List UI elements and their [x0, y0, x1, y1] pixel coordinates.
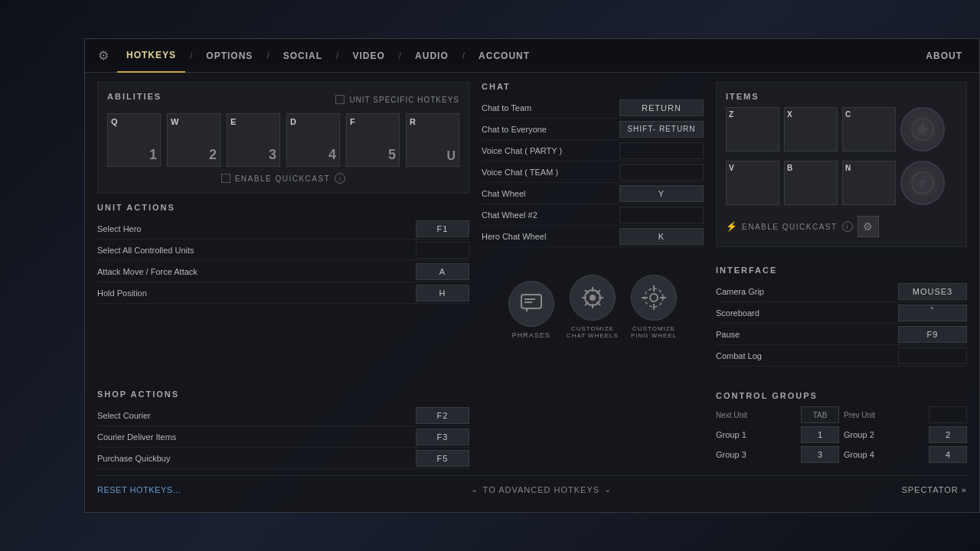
phrases-icon: [508, 281, 554, 327]
voice-chat-team-key[interactable]: [619, 164, 704, 181]
item-slot-circular-1[interactable]: [900, 107, 945, 152]
voice-chat-party-key[interactable]: [619, 142, 704, 159]
voice-chat-team-label: Voice Chat ( TEAM ): [482, 168, 619, 177]
group4-key[interactable]: 4: [929, 446, 967, 463]
item-slot-b[interactable]: B: [784, 161, 838, 205]
pause-row: Pause F9: [716, 324, 967, 345]
quickcast-info-icon[interactable]: i: [335, 173, 345, 184]
bottom-bar: RESET HOTKEYS... ⌄ TO ADVANCED HOTKEYS ⌄…: [97, 475, 967, 503]
voice-chat-team-row: Voice Chat ( TEAM ): [482, 161, 704, 183]
select-all-key[interactable]: [416, 242, 469, 259]
control-groups-grid: Next Unit TAB Prev Unit Group 1 1 Group …: [716, 406, 967, 463]
camera-grip-row: Camera Grip MOUSE3: [716, 281, 967, 302]
group1-key[interactable]: 1: [801, 426, 839, 443]
customize-chat-label: CUSTOMIZECHAT WHEELS: [567, 325, 619, 339]
chat-to-everyone-label: Chat to Everyone: [482, 125, 619, 134]
camera-grip-key[interactable]: MOUSE3: [898, 283, 967, 300]
slot-key-w: W: [171, 117, 178, 126]
nav-about[interactable]: ABOUT: [916, 39, 972, 73]
select-hero-key[interactable]: F1: [416, 220, 469, 237]
scoreboard-row: Scoreboard `: [716, 302, 967, 324]
cg-row-2: Group 3 3 Group 4 4: [716, 446, 967, 463]
ability-slot-1[interactable]: Q 1: [107, 113, 161, 167]
item-slot-c[interactable]: C: [842, 107, 896, 152]
nav-sep-3: /: [335, 51, 340, 61]
nav-sep-5: /: [461, 51, 466, 61]
voice-chat-party-row: Voice Chat ( PARTY ): [482, 140, 704, 161]
voice-chat-party-label: Voice Chat ( PARTY ): [482, 146, 619, 155]
interface-section: INTERFACE Camera Grip MOUSE3 Scoreboard …: [716, 266, 967, 367]
item-slot-z[interactable]: Z: [726, 107, 779, 152]
nav-hotkeys[interactable]: HOTKEYS: [117, 39, 185, 73]
attack-move-row: Attack Move / Force Attack A: [97, 261, 469, 282]
select-all-row: Select All Controlled Units: [97, 240, 469, 261]
select-courier-key[interactable]: F2: [416, 407, 469, 424]
select-courier-label: Select Courier: [97, 411, 416, 420]
hero-chat-wheel-key[interactable]: K: [619, 228, 704, 245]
nav-options[interactable]: OPTIONS: [197, 39, 262, 73]
slot-key-e: E: [230, 117, 236, 126]
unit-specific-hotkeys: UNIT SPECIFIC HOTKEYS: [335, 95, 459, 104]
top-nav: ⚙ HOTKEYS / OPTIONS / SOCIAL / VIDEO / A…: [85, 39, 979, 73]
ability-slot-6[interactable]: R U: [406, 113, 459, 167]
slot-key-r: R: [410, 117, 416, 126]
item-slot-n[interactable]: N: [842, 161, 896, 205]
tab-key[interactable]: TAB: [801, 406, 839, 423]
abilities-section: ABILITIES UNIT SPECIFIC HOTKEYS Q 1 W: [97, 82, 469, 194]
items-row-1: Z X C: [726, 107, 957, 152]
enable-quickcast-label: ENABLE QUICKCAST: [235, 174, 331, 183]
slot-num-u: U: [446, 149, 456, 163]
nav-audio[interactable]: AUDIO: [406, 39, 458, 73]
item-slot-v[interactable]: V: [726, 161, 779, 205]
items-quickcast-label: ENABLE QUICKCAST: [742, 223, 838, 231]
nav-account[interactable]: ACCOUNT: [469, 39, 539, 73]
nav-video[interactable]: VIDEO: [343, 39, 394, 73]
combat-log-label: Combat Log: [716, 351, 898, 360]
chat-to-team-row: Chat to Team RETURN: [482, 97, 704, 119]
purchase-quickbuy-key[interactable]: F5: [416, 450, 469, 467]
enable-quickcast-row: ENABLE QUICKCAST i: [107, 173, 459, 184]
customize-ping-wheel-item[interactable]: CUSTOMIZEPING WHEEL: [631, 275, 677, 339]
ability-slot-3[interactable]: E 3: [227, 113, 280, 167]
enable-quickcast-checkbox[interactable]: [221, 174, 230, 183]
prev-unit-key[interactable]: [929, 406, 967, 423]
customize-chat-wheels-icon: [570, 275, 616, 321]
gear-icon[interactable]: ⚙: [93, 45, 114, 67]
customize-chat-wheels-item[interactable]: CUSTOMIZECHAT WHEELS: [567, 275, 619, 339]
chat-wheel2-row: Chat Wheel #2: [482, 204, 704, 226]
unit-specific-label: UNIT SPECIFIC HOTKEYS: [349, 96, 459, 104]
item-slot-x[interactable]: X: [784, 107, 838, 152]
item-slot-circular-2[interactable]: T: [900, 161, 945, 205]
spectator-button[interactable]: SPECTATOR »: [901, 485, 967, 494]
courier-deliver-key[interactable]: F3: [416, 429, 469, 445]
hold-position-key[interactable]: H: [416, 285, 469, 302]
pause-key[interactable]: F9: [898, 326, 967, 343]
chat-wheel-key[interactable]: Y: [619, 185, 704, 202]
attack-move-key[interactable]: A: [416, 263, 469, 280]
select-courier-row: Select Courier F2: [97, 405, 469, 426]
ability-slot-2[interactable]: W 2: [167, 113, 220, 167]
group2-key[interactable]: 2: [929, 426, 967, 443]
item-key-b: B: [787, 164, 835, 172]
group3-key[interactable]: 3: [801, 446, 839, 463]
items-settings-icon[interactable]: ⚙: [858, 216, 879, 237]
control-groups-section: CONTROL GROUPS Next Unit TAB Prev Unit G…: [716, 391, 967, 463]
ability-slot-5[interactable]: F 5: [346, 113, 400, 167]
reset-hotkeys-button[interactable]: RESET HOTKEYS...: [97, 485, 181, 494]
ability-slot-4[interactable]: D 4: [286, 113, 340, 167]
combat-log-key[interactable]: [898, 347, 967, 364]
chat-to-team-key[interactable]: RETURN: [619, 99, 704, 116]
advanced-hotkeys-button[interactable]: ⌄ TO ADVANCED HOTKEYS ⌄: [471, 484, 612, 494]
chat-wheel2-key[interactable]: [619, 207, 704, 223]
lightning-icon: ⚡: [726, 221, 737, 232]
chat-to-everyone-key[interactable]: SHIFT- RETURN: [619, 121, 704, 138]
svg-rect-1: [524, 298, 535, 300]
interface-header: INTERFACE: [716, 266, 967, 275]
slot-key-d: D: [290, 117, 296, 126]
unit-specific-checkbox[interactable]: [335, 95, 345, 104]
phrases-icon-item[interactable]: PHRASES: [508, 281, 554, 339]
items-quickcast-info[interactable]: i: [842, 221, 853, 232]
scoreboard-key[interactable]: `: [898, 305, 967, 321]
nav-social[interactable]: SOCIAL: [274, 39, 332, 73]
svg-point-5: [590, 295, 596, 301]
